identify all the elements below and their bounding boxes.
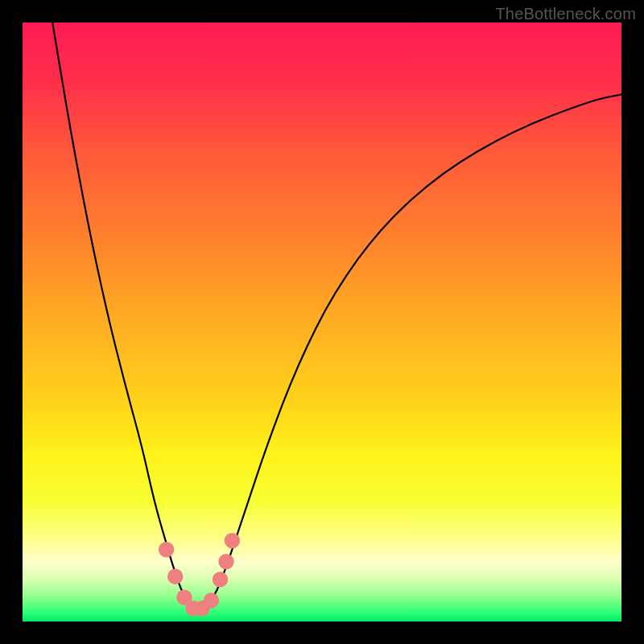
- gradient-background: [23, 23, 621, 621]
- marker-dot: [225, 533, 240, 548]
- chart-frame: TheBottleneck.com: [0, 0, 644, 644]
- marker-dot: [218, 554, 233, 569]
- marker-dot: [167, 569, 183, 584]
- watermark-text: TheBottleneck.com: [495, 5, 636, 23]
- marker-dot: [204, 592, 219, 608]
- marker-dot: [159, 542, 174, 557]
- marker-dot: [213, 572, 228, 587]
- plot-area: [23, 23, 621, 621]
- chart-svg: [23, 23, 621, 621]
